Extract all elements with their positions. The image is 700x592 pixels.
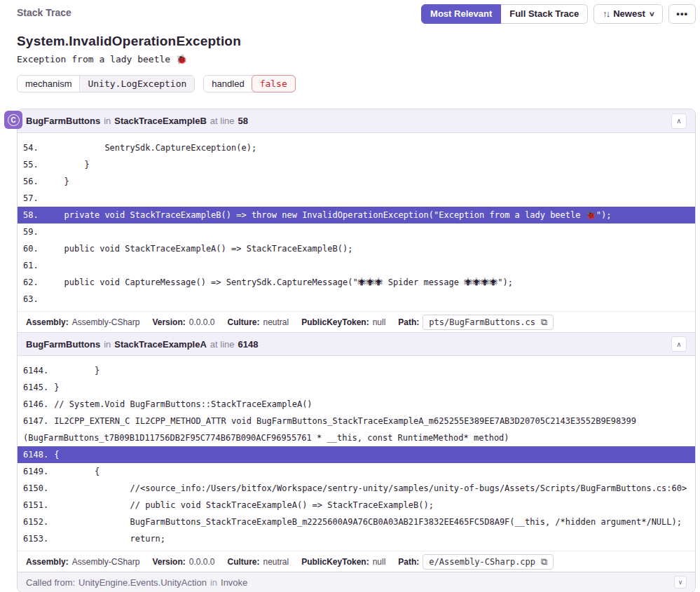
code-line: 61. (18, 257, 695, 274)
frame-module: BugFarmButtons (26, 339, 100, 350)
publickeytoken-value: null (373, 557, 386, 567)
tag-key: mechanism (18, 76, 79, 92)
called-from-label: Called from: (26, 577, 75, 588)
in-label: in (210, 577, 217, 588)
code-line: 60. public void StackTraceExampleA() => … (18, 240, 695, 257)
code-line: 6144. } (18, 362, 695, 379)
code-text: SentrySdk.CaptureException(e); (44, 143, 256, 153)
line-number: 63. (23, 294, 39, 304)
line-number: 55. (23, 160, 39, 170)
code-text: public void CaptureMessage() => SentrySd… (44, 277, 513, 287)
path-box: e/Assembly-CSharp.cpp ⧉ (423, 554, 554, 570)
chevron-down-icon: ∨ (648, 8, 654, 20)
stack-trace-toolbar: Stack Trace Most Relevant Full Stack Tra… (17, 4, 696, 25)
assembly-label: Assembly: (26, 557, 69, 567)
tag-mechanism[interactable]: mechanism Unity.LogException (17, 75, 195, 92)
section-title: Stack Trace (17, 4, 71, 18)
frame-function: StackTraceExampleB (114, 116, 207, 126)
frame-atline-label: at line (210, 339, 235, 350)
code-text: // public void StackTraceExampleA() => S… (54, 500, 434, 510)
view-toggle: Most Relevant Full Stack Trace (421, 4, 588, 24)
sort-newest-button[interactable]: ↑↓ Newest ∨ (593, 4, 663, 24)
culture-label: Culture: (227, 557, 259, 567)
exception-type-title: System.InvalidOperationException (17, 34, 696, 49)
frame-code-block: 54. SentrySdk.CaptureException(e); 55. }… (18, 133, 695, 311)
caller-function: Invoke (221, 577, 247, 588)
code-line: 6153. return; (18, 530, 695, 547)
copy-icon[interactable]: ⧉ (541, 317, 547, 328)
path-value: pts/BugFarmButtons.cs (429, 317, 535, 327)
called-from-row: Called from: UnityEngine.Events.UnityAct… (18, 572, 695, 592)
sort-label: Newest (613, 8, 645, 20)
version-value: 0.0.0.0 (189, 317, 215, 327)
frame-in-label: in (104, 339, 111, 350)
collapse-frame-button[interactable]: ∧ (671, 113, 687, 129)
path-label: Path: (398, 317, 419, 327)
line-number: 6150. (23, 483, 48, 493)
more-options-button[interactable]: ••• (668, 4, 696, 24)
code-line: 6150. //<source_info:/Users/bitfox/Works… (18, 480, 695, 497)
line-number: 6147. (23, 416, 48, 426)
line-number: 62. (23, 277, 39, 287)
sort-arrows-icon: ↑↓ (603, 8, 609, 20)
code-line: 6145.} (18, 379, 695, 396)
collapse-frame-button[interactable]: ∧ (671, 336, 687, 352)
publickeytoken-label: PublicKeyToken: (301, 317, 369, 327)
code-text: //<source_info:/Users/bitfox/Workspace/s… (54, 483, 687, 493)
copy-icon[interactable]: ⧉ (541, 556, 547, 567)
assembly-name: Assembly-CSharp (72, 557, 140, 567)
tag-list: mechanism Unity.LogException handled fal… (17, 75, 696, 92)
code-line-highlighted: 58. private void StackTraceExampleB() =>… (18, 207, 695, 223)
line-number: 54. (23, 143, 39, 153)
culture-label: Culture: (227, 317, 259, 327)
line-number: 6153. (23, 534, 48, 544)
code-line: 62. public void CaptureMessage() => Sent… (18, 274, 695, 291)
tag-handled[interactable]: handled false (203, 75, 295, 92)
caller-name: UnityEngine.Events.UnityAction (78, 577, 207, 588)
assembly-info-row: Assembly:Assembly-CSharp Version:0.0.0.0… (18, 311, 695, 332)
most-relevant-button[interactable]: Most Relevant (421, 4, 501, 24)
code-text: // System.Void BugFarmButtons::StackTrac… (54, 399, 312, 409)
full-stack-trace-button[interactable]: Full Stack Trace (501, 4, 588, 24)
code-text: private void StackTraceExampleB() => thr… (44, 210, 612, 220)
code-line: 55. } (18, 156, 695, 173)
code-line-wrap: (BugFarmButtons_t7B09B1D11756DB2F95C774B… (18, 429, 695, 446)
stack-trace-panel: C BugFarmButtons in StackTraceExampleB a… (17, 109, 696, 592)
frame-function: StackTraceExampleA (114, 339, 207, 350)
code-line: 54. SentrySdk.CaptureException(e); (18, 139, 695, 156)
line-number: 6151. (23, 500, 48, 510)
expand-caller-button[interactable]: ∨ (674, 576, 687, 588)
code-line: 57. (18, 190, 695, 207)
frame-code-block: 6144. } 6145.} 6146.// System.Void BugFa… (18, 356, 695, 551)
csharp-letter: C (8, 114, 20, 126)
frame-header-stacktraceexamplea[interactable]: BugFarmButtons in StackTraceExampleA at … (18, 332, 695, 356)
path-label: Path: (398, 557, 419, 567)
line-number: 60. (23, 244, 39, 254)
version-label: Version: (152, 317, 185, 327)
exception-message: Exception from a lady beetle 🐞 (17, 54, 696, 64)
line-number: 6149. (23, 467, 48, 476)
csharp-platform-icon: C (4, 111, 22, 129)
tag-value-error: false (252, 75, 296, 92)
code-text: IL2CPP_EXTERN_C IL2CPP_METHOD_ATTR void … (54, 416, 636, 426)
line-number: 61. (23, 261, 39, 270)
assembly-name: Assembly-CSharp (72, 317, 140, 327)
frame-line-number: 58 (238, 116, 248, 126)
line-number: 6146. (23, 399, 48, 409)
frame-atline-label: at line (210, 116, 235, 126)
code-text: BugFarmButtons_StackTraceExampleB_m22256… (54, 517, 682, 527)
code-line: 6151. // public void StackTraceExampleA(… (18, 497, 695, 514)
toolbar-controls: Most Relevant Full Stack Trace ↑↓ Newest… (421, 4, 696, 24)
tag-value: Unity.LogException (79, 76, 194, 92)
frame-header-stacktraceexampleb[interactable]: BugFarmButtons in StackTraceExampleB at … (18, 109, 695, 133)
line-number: 6145. (23, 383, 48, 392)
tag-key: handled (204, 76, 252, 92)
line-number: 6148. (23, 450, 48, 460)
path-value: e/Assembly-CSharp.cpp (429, 557, 535, 567)
version-label: Version: (152, 557, 185, 567)
frame-module: BugFarmButtons (26, 116, 100, 126)
assembly-info-row: Assembly:Assembly-CSharp Version:0.0.0.0… (18, 551, 695, 572)
path-box: pts/BugFarmButtons.cs ⧉ (423, 315, 554, 330)
line-number: 6152. (23, 517, 48, 527)
line-number: 58. (23, 210, 39, 220)
